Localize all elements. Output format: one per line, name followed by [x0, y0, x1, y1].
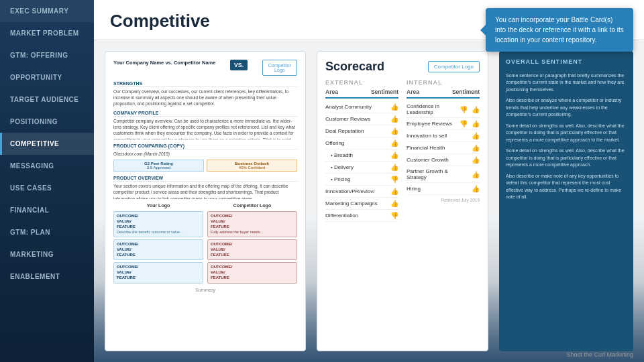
strengths-text: Our Company overview, our successes, our… [113, 88, 297, 107]
sidebar-item-gtm-offering[interactable]: GTM: OFFERING [0, 44, 94, 66]
ext-row-marketing: Marketing Campaigns 👍 [325, 198, 398, 210]
content-area: Your Company Name vs. Competitor Name VS… [94, 40, 644, 362]
glassdoor-label: Glassdoor.com (March 2019) [113, 151, 297, 157]
int-row-financial: Financial Health 👍 [407, 142, 480, 154]
sidebar-item-positioning[interactable]: POSITIONING [0, 111, 94, 133]
sentiment-title: OVERALL SENTIMENT [506, 58, 627, 67]
your-logo-label: Your Logo [113, 203, 203, 208]
internal-label: INTERNAL [407, 79, 480, 86]
comp-outcome-box-2: OUTCOME/VALUE/FEATURE [207, 239, 297, 260]
product-overview-text: Your section covers unique information a… [113, 183, 297, 199]
int-sentiment-label: Sentiment [452, 88, 480, 95]
outcome-box-1: OUTCOME/VALUE/FEATURE Describe the benef… [113, 211, 203, 237]
right-panel: Scorecard Competitor Logo EXTERNAL Area … [317, 51, 488, 351]
sentiment-para-2: Also describe or analyze where a competi… [506, 97, 627, 119]
sidebar-item-opportunity[interactable]: OPPORTUNITY [0, 66, 94, 88]
ext-row-innovation: Innovation/PR/evlov/ 👍 [325, 186, 398, 198]
sidebar-item-competitive[interactable]: COMPETITIVE [0, 133, 94, 155]
int-row-hiring: Hiring 👍 [407, 183, 480, 195]
company-profile-label: COMPANY PROFILE [113, 111, 297, 117]
competitor-logo-label: Competitor Logo [207, 203, 297, 208]
scorecard-panel: Scorecard Competitor Logo EXTERNAL Area … [317, 51, 488, 351]
external-label: EXTERNAL [325, 79, 398, 86]
scorecard-external: EXTERNAL Area Sentiment Analyst Communit… [325, 79, 398, 222]
battlecard-company-label: Your Company Name vs. Competitor Name [113, 60, 215, 67]
scorecard-internal: INTERNAL Area Sentiment Confidence in Le… [407, 79, 480, 222]
area-col-label: Area [325, 88, 368, 95]
ext-row-diff: Differentiation 👎 [325, 210, 398, 222]
sidebar-item-use-cases[interactable]: USE CASES [0, 177, 94, 199]
product-compare-label: PRODUCT COMPARING (COPY) [113, 143, 297, 149]
ext-row-delivery: • Delivery 👍 [325, 162, 398, 174]
ext-row-breadth: • Breadth 👍 [325, 149, 398, 162]
sidebar-item-financial[interactable]: FINANCIAL [0, 199, 94, 221]
sidebar-item-marketing[interactable]: MARKETING [0, 243, 94, 265]
sidebar-item-market-problem[interactable]: MARKET PROBLEM [0, 22, 94, 44]
main-content: Competitive You can incorporate your Bat… [94, 0, 644, 362]
int-row-employees: Employee Reviews 👎 👍 [407, 118, 480, 130]
battlecard-panel: Your Company Name vs. Competitor Name VS… [105, 51, 306, 351]
sidebar: EXEC SUMMARY MARKET PROBLEM GTM: OFFERIN… [0, 0, 94, 362]
ext-row-customer: Customer Reviews 👍 [325, 113, 398, 125]
sentiment-col-label: Sentiment [371, 88, 398, 95]
sidebar-item-messaging[interactable]: MESSAGING [0, 155, 94, 177]
summary-label: Summary [113, 288, 297, 292]
scorecard-competitor-logo: Competitor Logo [428, 61, 480, 72]
ext-row-deal: Deal Reputation 👍 [325, 125, 398, 137]
int-row-customer-growth: Customer Growth 👍 [407, 154, 480, 166]
stat1: G2 Peer Rating 3.5 Approved [113, 160, 204, 172]
outcome-box-2: OUTCOME/VALUE/FEATURE [113, 239, 203, 260]
sidebar-item-exec-summary[interactable]: EXEC SUMMARY [0, 0, 94, 22]
int-row-partner: Partner Growth & Strategy 👍 [407, 166, 480, 183]
vs-badge: VS. [230, 60, 248, 70]
ext-row-pricing: • Pricing 👎 [325, 174, 398, 186]
ext-row-offering: Offering 👍 [325, 137, 398, 149]
last-updated: Retrieved July 2019 [407, 198, 480, 202]
comp-outcome-box-1: OUTCOME/VALUE/FEATURE Fully address the … [207, 211, 297, 237]
sentiment-panel: OVERALL SENTIMENT Some sentence or parag… [499, 51, 633, 351]
company-profile-text: Competitor company overview. Can be used… [113, 118, 297, 139]
sentiment-para-3: Some detail on strengths as well. Also, … [506, 123, 627, 144]
comp-outcome-box-3: OUTCOME/VALUE/FEATURE [207, 262, 297, 283]
ext-row-analyst: Analyst Community 👍 [325, 101, 398, 113]
battlecard-competitor-logo: CompetitorLogo [262, 60, 297, 76]
sidebar-item-target-audience[interactable]: TARGET AUDIENCE [0, 88, 94, 111]
sentiment-para-5: Also describe or make note of any key op… [506, 173, 627, 201]
int-area-label: Area [407, 88, 449, 95]
sentiment-para-4: Some detail on strengths as well. Also, … [506, 147, 627, 169]
tooltip-text: You can incorporate your Battle Card(s) … [495, 15, 624, 45]
int-row-innovation: Innovation to sell 👍 [407, 130, 480, 142]
sidebar-item-enablement[interactable]: ENABLEMENT [0, 265, 94, 288]
sidebar-item-gtm-plan[interactable]: GTM: PLAN [0, 221, 94, 243]
int-row-leadership: Confidence in Leadership 👎 👍 [407, 101, 480, 118]
product-overview-label: PRODUCT OVERVIEW [113, 176, 297, 182]
scorecard-title: Scorecard [325, 60, 384, 74]
strengths-label: STRENGTHS [113, 81, 297, 87]
outcome-box-3: OUTCOME/VALUE/FEATURE [113, 262, 203, 283]
stat2: Business Outlook 40% Confident [207, 160, 297, 172]
sentiment-para-1: Some sentence or paragraph that briefly … [506, 72, 627, 94]
